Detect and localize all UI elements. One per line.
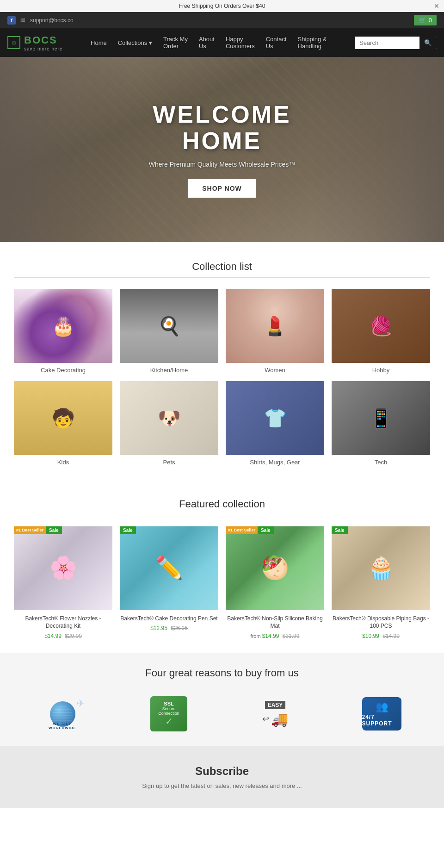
collection-item-cake[interactable]: Cake Decorating [14, 289, 112, 374]
featured-section: Featured collection #1 Best Seller Sale … [0, 498, 444, 654]
collection-label-pets: Pets [120, 459, 218, 466]
icon-worldwide: ✈ WE SHIPWORLDWIDE [39, 695, 86, 732]
cart-button[interactable]: 🛒 0 [414, 15, 437, 25]
price-current-nozzles: $14.99 [44, 633, 62, 639]
facebook-icon[interactable]: f [7, 16, 16, 25]
logo-tagline: save more here [24, 46, 62, 51]
reason-returns: EASY ↩ 🚚 [227, 695, 324, 732]
collection-label-hobby: Hobby [332, 367, 430, 374]
product-name-pen: BakersTech® Cake Decorating Pen Set [120, 615, 218, 623]
badge-row-pen: Sale [120, 526, 136, 534]
nav-contact[interactable]: ContactUs [261, 33, 291, 52]
product-image-mat [226, 526, 324, 610]
price-old-bags: $14.99 [382, 633, 400, 639]
price-current-bags: $10.99 [362, 633, 379, 639]
icon-support: 👥 24/7 SUPPORT [358, 695, 405, 732]
collection-image-pets [120, 381, 218, 455]
search-button[interactable]: 🔍 [419, 37, 437, 49]
icon-ssl: SSL Secure Connection ✓ [146, 695, 192, 732]
collection-label-kids: Kids [14, 459, 112, 466]
contact-bar: f ✉ support@bocs.co 🛒 0 [0, 12, 444, 28]
logo-block: BOCS save more here [24, 34, 62, 51]
collection-label-kitchen: Kitchen/Home [120, 367, 218, 374]
product-card-nozzles[interactable]: #1 Best Seller Sale BakersTech® Flower N… [14, 526, 112, 640]
price-from-mat: from [251, 633, 262, 639]
product-card-mat[interactable]: #1 Best Seller Sale BakersTech® Non-Slip… [226, 526, 324, 640]
hero-section: WELCOME HOME Where Premium Quality Meets… [0, 57, 444, 242]
product-name-mat: BakersTech® Non-Slip Silicone Baking Mat [226, 615, 324, 631]
collections-divider [14, 277, 430, 278]
logo[interactable]: ⊞ BOCS save more here [7, 34, 62, 51]
hero-title: WELCOME HOME [149, 101, 296, 154]
nav-track-order[interactable]: Track MyOrder [159, 33, 192, 52]
cart-icon: 🛒 [419, 17, 426, 24]
reasons-section: Four great reasons to buy from us ✈ WE S… [0, 653, 444, 746]
hero-content: WELCOME HOME Where Premium Quality Meets… [149, 101, 296, 198]
featured-divider [14, 515, 430, 515]
product-price-pen: $12.95 $26.95 [120, 625, 218, 631]
reasons-grid: ✈ WE SHIPWORLDWIDE SSL Secure Connection… [14, 695, 430, 732]
announce-text: Free Shipping On Orders Over $40 [179, 3, 265, 9]
product-price-nozzles: $14.99 $29.99 [14, 633, 112, 639]
cart-count: 0 [429, 17, 432, 24]
email-text: support@bocs.co [30, 17, 74, 24]
subscribe-subtitle: Sign up to get the latest on sales, new … [14, 782, 430, 789]
collection-grid: Cake Decorating Kitchen/Home Women Hobby [0, 289, 444, 480]
price-current-mat: $14.99 [262, 633, 279, 639]
collections-section: Collection list Cake Decorating Kitchen/… [0, 261, 444, 480]
reason-worldwide: ✈ WE SHIPWORLDWIDE [14, 695, 111, 732]
nav-shipping[interactable]: Shipping &Handling [293, 33, 332, 52]
collection-label-tech: Tech [332, 459, 430, 466]
products-grid: #1 Best Seller Sale BakersTech® Flower N… [0, 526, 444, 654]
main-nav: Home Collections ▾ Track MyOrder AboutUs… [86, 33, 331, 52]
product-card-pen[interactable]: Sale BakersTech® Cake Decorating Pen Set… [120, 526, 218, 640]
collection-item-pets[interactable]: Pets [120, 381, 218, 466]
product-price-mat: from $14.99 $31.99 [226, 633, 324, 639]
product-name-bags: BakersTech® Disposable Piping Bags - 100… [332, 615, 430, 631]
nav-about[interactable]: AboutUs [194, 33, 219, 52]
badge-sale-nozzles: Sale [46, 526, 62, 534]
nav-collections[interactable]: Collections ▾ [113, 37, 157, 49]
collection-item-shirts[interactable]: Shirts, Mugs, Gear [226, 381, 324, 466]
collection-image-cake [14, 289, 112, 363]
badge-row-nozzles: #1 Best Seller Sale [14, 526, 62, 534]
search-input[interactable] [355, 37, 419, 49]
collection-item-tech[interactable]: Tech [332, 381, 430, 466]
reason-ssl: SSL Secure Connection ✓ [120, 695, 217, 732]
collection-image-kids [14, 381, 112, 455]
collection-label-cake: Cake Decorating [14, 367, 112, 374]
price-old-mat: $31.99 [283, 633, 300, 639]
nav-home[interactable]: Home [86, 37, 111, 49]
hero-subtitle: Where Premium Quality Meets Wholesale Pr… [149, 161, 296, 168]
collection-item-women[interactable]: Women [226, 289, 324, 374]
contact-left: f ✉ support@bocs.co [7, 16, 74, 25]
product-image-pen [120, 526, 218, 610]
collection-label-women: Women [226, 367, 324, 374]
close-announce-button[interactable]: ✕ [434, 2, 439, 10]
search-box: 🔍 [355, 37, 437, 49]
badge-row-mat: #1 Best Seller Sale [226, 526, 274, 534]
logo-name: BOCS [24, 34, 57, 46]
shop-now-button[interactable]: SHOP NOW [188, 179, 256, 198]
header: ⊞ BOCS save more here Home Collections ▾… [0, 28, 444, 57]
reasons-divider [28, 684, 416, 684]
collection-image-women [226, 289, 324, 363]
product-card-bags[interactable]: Sale BakersTech® Disposable Piping Bags … [332, 526, 430, 640]
nav-happy-customers[interactable]: HappyCustomers [221, 33, 259, 52]
collection-image-shirts [226, 381, 324, 455]
reason-support: 👥 24/7 SUPPORT [333, 695, 430, 732]
price-current-pen: $12.95 [150, 625, 167, 631]
reasons-title: Four great reasons to buy from us [14, 667, 430, 679]
collection-item-kitchen[interactable]: Kitchen/Home [120, 289, 218, 374]
logo-icon: ⊞ [7, 36, 20, 49]
badge-row-bags: Sale [332, 526, 348, 534]
collection-image-kitchen [120, 289, 218, 363]
badge-sale-bags: Sale [332, 526, 348, 534]
price-old-pen: $26.95 [171, 625, 188, 631]
collection-image-tech [332, 381, 430, 455]
collection-item-kids[interactable]: Kids [14, 381, 112, 466]
badge-sale-mat: Sale [258, 526, 274, 534]
email-icon: ✉ [20, 17, 25, 24]
collection-item-hobby[interactable]: Hobby [332, 289, 430, 374]
collections-title: Collection list [0, 261, 444, 273]
